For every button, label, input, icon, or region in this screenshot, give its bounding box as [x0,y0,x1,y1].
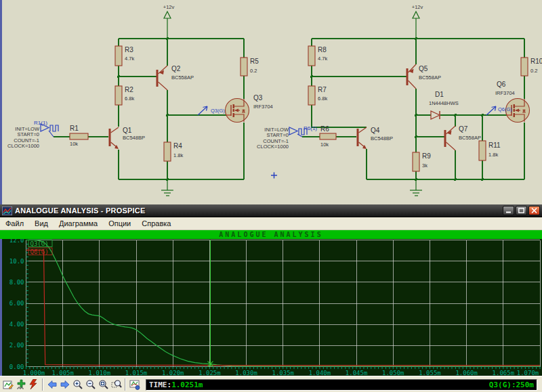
resistor-R6[interactable]: R6 10k [320,125,336,148]
generator-param: CLOCK=1000 [257,144,289,150]
export-graph-button[interactable] [128,378,141,391]
menu-file[interactable]: Файл [0,218,29,229]
svg-text:Q3(G): Q3(G) [30,240,49,247]
clock-generator-left[interactable]: R1(1) INIT=LOW START=0 COUNT=-1 CLOCK=10… [7,120,58,149]
transistor-Q5[interactable]: Q5 BC558AP [407,64,441,89]
svg-text:10.0: 10.0 [9,258,24,265]
transistor-Q7[interactable]: Q7 BC558AP [445,125,481,150]
transistor-Q1[interactable]: Q1 BC548BP [110,127,145,149]
window-edge-stripe [0,0,2,204]
pan-left-icon [47,379,58,390]
resistor-R11[interactable]: R11 1.8k [479,141,501,160]
resistor-R4[interactable]: R4 1.8k [164,142,183,161]
ref-label: R2 [125,86,133,93]
chart-title-bar: ANALOGUE ANALYSIS [0,230,542,239]
ref-label: R6 [320,125,329,133]
value-label: 6.8k [318,95,327,102]
pan-right-icon [60,379,70,390]
minimize-button[interactable] [503,206,514,215]
plot-region[interactable]: 1.000m1.005m1.010m1.015m1.020m1.025m1.03… [0,239,542,376]
value-label: 1.8k [173,152,183,158]
generator-param: START=0 [267,132,289,138]
title-bar[interactable]: ANALOGUE ANALYSIS - PROSPICE [0,204,542,217]
resistor-R10[interactable]: R10 0.2 [521,58,542,76]
ref-label: Q6 [497,81,506,88]
close-button[interactable] [528,206,540,215]
schematic-canvas[interactable]: +12v [0,0,542,204]
resistor-R8[interactable]: R8 4.7k [308,46,327,66]
menu-help[interactable]: Справка [136,218,176,229]
maximize-button[interactable] [516,206,527,215]
svg-text:1.040m: 1.040m [309,370,331,376]
value-label: 10k [70,141,78,147]
svg-text:1.045m: 1.045m [346,370,368,376]
origin-marker [271,173,277,179]
close-icon [531,208,537,213]
pan-right-button[interactable] [58,378,71,391]
zoom-area-icon [111,379,122,390]
time-label: TIME: [149,380,171,389]
ref-label: D1 [435,91,444,98]
ref-label: Q4 [371,127,380,134]
simulate-icon [28,379,39,390]
probe-readout: Q3(G):250m [489,380,534,389]
voltage-probe-Q3G[interactable]: Q3(G) [198,106,225,115]
ref-label: Q5 [419,65,428,72]
power-terminal-left[interactable]: +12v [163,4,175,39]
generator-probe-label: R6(1) [304,125,317,131]
window-app-icon [2,206,12,215]
menu-view[interactable]: Вид [29,218,54,229]
menu-diagram[interactable]: Диаграмма [54,218,103,229]
zoom-extents-icon [98,379,109,390]
maximize-icon [518,208,524,213]
power-terminal-right[interactable]: +12v [412,4,423,39]
zoom-out-button[interactable] [84,378,97,391]
resistor-R5[interactable]: R5 0.2 [241,58,259,76]
generator-probe-label: R1(1) [34,120,47,126]
value-label: 0.2 [530,68,537,74]
ref-label: Q7 [459,125,468,133]
ground-symbol-right[interactable] [410,179,422,196]
resistor-R9[interactable]: R9 3k [413,152,431,171]
edit-graph-icon [3,379,14,390]
analysis-window: ANALOGUE ANALYSIS - PROSPICE Файл Вид Ди… [0,204,542,392]
pan-left-button[interactable] [45,378,58,391]
ref-label: R8 [318,46,327,53]
clock-generator-right[interactable]: R6(1) INIT=LOW START=0 COUNT=-1 CLOCK=10… [257,125,317,150]
ref-label: Q3 [253,94,263,102]
svg-text:12.0: 12.0 [9,239,24,244]
time-value: 1.0251m [171,380,203,389]
generator-param: CLOCK=1000 [7,143,39,149]
export-graph-icon [129,379,140,390]
svg-text:1.070m: 1.070m [517,370,539,376]
ref-label: R7 [318,86,327,93]
svg-text:Q6(G): Q6(G) [30,248,49,255]
svg-text:1.025m: 1.025m [199,370,221,376]
value-label: BC548BP [123,135,145,141]
mosfet-Q3[interactable]: Q3 IRF3704 [226,94,273,123]
simulate-graph-button[interactable] [27,378,40,391]
minimize-icon [505,208,512,213]
analysis-plot[interactable]: 1.000m1.005m1.010m1.015m1.020m1.025m1.03… [2,239,542,376]
generator-param: START=0 [18,131,39,137]
zoom-area-button[interactable] [110,378,123,391]
menu-options[interactable]: Опции [103,218,136,229]
value-label: 6.8k [125,95,134,102]
zoom-in-button[interactable] [71,378,84,391]
ref-label: R10 [530,58,542,65]
zoom-extents-button[interactable] [97,378,110,391]
value-label: IRF3704 [495,90,515,96]
probe-label: Q3(G) [211,108,225,114]
resistor-R1[interactable]: R1 10k [70,125,88,147]
transistor-Q2[interactable]: Q2 BC558AP [157,65,194,90]
resistor-R2[interactable]: R2 6.8k [115,86,134,105]
resistor-R3[interactable]: R3 4.7k [115,46,134,66]
edit-graph-button[interactable] [1,378,14,391]
resistor-R7[interactable]: R7 6.8k [308,86,327,105]
transistor-Q4[interactable]: Q4 BC548BP [358,127,393,149]
right-circuit: +12v [257,4,542,196]
add-trace-button[interactable] [14,378,27,391]
time-readout: TIME:1.0251m [149,380,203,389]
menu-bar: Файл Вид Диаграмма Опции Справка [0,217,542,230]
ground-symbol-left[interactable] [161,179,173,196]
